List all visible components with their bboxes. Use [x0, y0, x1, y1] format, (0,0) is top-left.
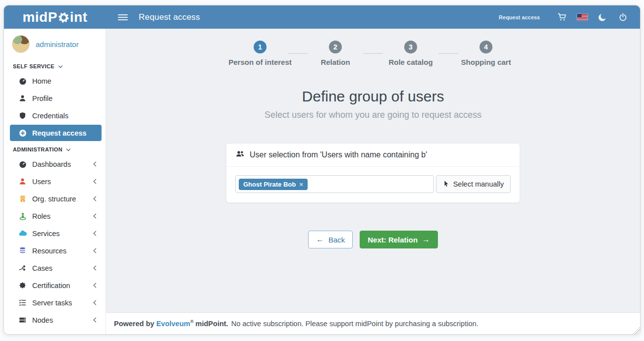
chevron-left-icon — [94, 214, 99, 219]
next-button-label: Next: Relation — [368, 236, 418, 244]
sidebar-item-label: Request access — [32, 129, 87, 137]
chevron-left-icon — [94, 283, 99, 288]
shopping-cart-icon[interactable] — [552, 13, 572, 21]
building-icon — [18, 195, 27, 202]
user-selection-card: User selection from 'Users with name con… — [226, 143, 520, 203]
section-header-administration[interactable]: ADMINISTRATION — [4, 142, 106, 155]
step-label: Role catalog — [388, 58, 432, 66]
gear-icon — [58, 12, 69, 25]
sidebar-item-label: Resources — [32, 247, 66, 255]
step-relation[interactable]: 2 Relation — [311, 41, 360, 66]
step-number: 4 — [480, 41, 492, 53]
chevron-left-icon — [94, 162, 99, 167]
midpoint-logo[interactable]: midP int — [4, 9, 106, 25]
chevron-left-icon — [94, 179, 99, 184]
page-title: Define group of users — [106, 88, 640, 105]
step-number: 1 — [254, 41, 267, 53]
step-shopping-cart[interactable]: 4 Shopping cart — [461, 41, 511, 66]
sidebar-item-server-tasks[interactable]: Server tasks — [4, 294, 106, 311]
sidebar-item-nodes[interactable]: Nodes — [4, 311, 106, 329]
sidebar-item-credentials[interactable]: Credentials — [4, 107, 106, 124]
subscription-message: No active subscription. Please support m… — [231, 320, 479, 328]
sidebar-item-home[interactable]: Home — [4, 72, 106, 90]
sidebar-item-org-structure[interactable]: Org. structure — [4, 190, 106, 207]
logout-power-icon[interactable] — [613, 13, 633, 21]
chevron-left-icon — [94, 266, 99, 271]
select-manually-button[interactable]: Select manually — [436, 175, 511, 193]
logo-text-right: int — [70, 9, 88, 25]
certificate-seal-icon — [18, 282, 27, 289]
section-header-self-service[interactable]: SELF SERVICE — [4, 58, 106, 72]
chevron-left-icon — [94, 196, 99, 201]
language-flag-icon[interactable] — [572, 14, 592, 20]
step-number: 2 — [329, 41, 342, 53]
database-icon — [18, 247, 27, 254]
step-label: Shopping cart — [461, 58, 511, 66]
card-header: User selection from 'Users with name con… — [226, 144, 520, 167]
sidebar-item-cases[interactable]: Cases — [4, 259, 106, 277]
top-navbar: midP int Request access Request access — [4, 5, 640, 29]
user-multiselect-input[interactable]: Ghost Pirate Bob × — [235, 175, 434, 193]
back-button-label: Back — [328, 236, 345, 244]
step-connector — [438, 53, 458, 54]
chevron-left-icon — [94, 318, 99, 323]
evolveum-link[interactable]: Evolveum — [156, 320, 190, 328]
step-connector — [288, 53, 308, 54]
chevron-left-icon — [94, 248, 99, 253]
street-view-icon — [18, 212, 27, 220]
sidebar-item-users[interactable]: Users — [4, 173, 106, 190]
sidebar-item-label: Roles — [32, 212, 51, 220]
step-connector — [363, 53, 383, 54]
sidebar-item-request-access[interactable]: Request access — [10, 125, 102, 141]
sidebar-item-label: Org. structure — [32, 195, 76, 203]
chevron-down-icon — [58, 63, 62, 67]
select-manually-label: Select manually — [453, 180, 504, 188]
sidebar-item-roles[interactable]: Roles — [4, 207, 106, 225]
sidebar-item-label: Home — [32, 77, 52, 85]
chevron-down-icon — [66, 146, 70, 150]
step-person-of-interest[interactable]: 1 Person of interest — [235, 41, 285, 66]
tachometer-icon — [18, 160, 27, 168]
product-name: midPoint. — [196, 320, 228, 328]
sidebar-item-label: Services — [32, 230, 60, 238]
shuffle-icon — [18, 264, 27, 272]
registered-mark: ® — [190, 319, 194, 324]
sidebar-item-profile[interactable]: Profile — [4, 90, 106, 107]
chevron-left-icon — [94, 300, 99, 305]
avatar[interactable] — [12, 35, 30, 53]
step-label: Relation — [321, 58, 350, 66]
sidebar-item-resources[interactable]: Resources — [4, 242, 106, 259]
mouse-pointer-icon — [443, 180, 449, 189]
step-role-catalog[interactable]: 3 Role catalog — [386, 41, 435, 66]
sidebar-item-services[interactable]: Services — [4, 225, 106, 242]
chip-remove-icon[interactable]: × — [299, 181, 303, 188]
tasks-list-icon — [18, 299, 27, 306]
sidebar: administrator SELF SERVICE Home Pr — [4, 29, 106, 334]
wizard-steps: 1 Person of interest 2 Relation 3 Role c… — [106, 41, 640, 66]
sidebar-item-label: Nodes — [32, 316, 53, 324]
hamburger-menu-icon[interactable] — [118, 14, 128, 20]
arrow-left-icon: ← — [316, 235, 324, 244]
sidebar-item-label: Users — [32, 178, 51, 186]
next-relation-button[interactable]: Next: Relation → — [360, 231, 438, 248]
card-header-text: User selection from 'Users with name con… — [250, 150, 427, 159]
sidebar-item-label: Certification — [32, 282, 70, 290]
breadcrumb[interactable]: Request access — [499, 14, 540, 20]
sidebar-item-certification[interactable]: Certification — [4, 277, 106, 294]
step-number: 3 — [404, 41, 417, 53]
page-header-title: Request access — [139, 12, 200, 22]
user-profile-row[interactable]: administrator — [4, 29, 106, 58]
section-label: SELF SERVICE — [13, 63, 54, 69]
username-link[interactable]: administrator — [36, 40, 79, 49]
server-icon — [18, 316, 27, 324]
sidebar-item-label: Dashboards — [32, 160, 71, 168]
step-label: Person of interest — [228, 58, 292, 66]
sidebar-item-dashboards[interactable]: Dashboards — [4, 155, 106, 173]
dark-mode-moon-icon[interactable] — [592, 13, 613, 21]
powered-by-text: Powered by — [114, 320, 154, 328]
page-subtitle: Select users for whom you are going to r… — [106, 110, 640, 120]
sidebar-item-label: Cases — [32, 264, 53, 272]
back-button[interactable]: ← Back — [308, 231, 353, 248]
main-content: 1 Person of interest 2 Relation 3 Role c… — [106, 29, 640, 334]
user-icon — [18, 95, 27, 102]
